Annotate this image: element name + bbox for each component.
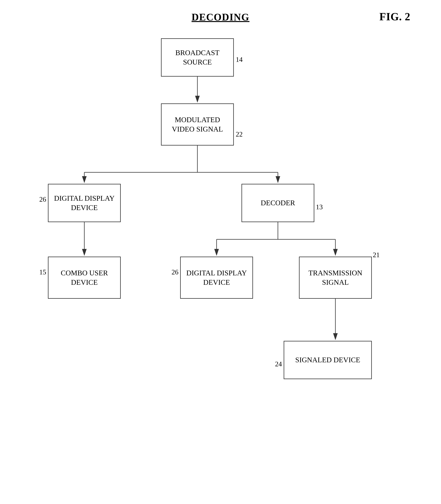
ref-26-left: 26 bbox=[39, 195, 46, 203]
ref-26-right: 26 bbox=[172, 268, 178, 276]
transmission-signal-box: TRANSMISSIONSIGNAL bbox=[299, 257, 372, 299]
ref-22: 22 bbox=[236, 130, 243, 138]
modulated-video-signal-box: MODULATEDVIDEO SIGNAL bbox=[161, 104, 234, 146]
digital-display-device-left-box: DIGITAL DISPLAYDEVICE bbox=[48, 184, 121, 222]
combo-user-device-box: COMBO USERDEVICE bbox=[48, 257, 121, 299]
broadcast-source-box: BROADCASTSOURCE bbox=[161, 38, 234, 77]
digital-display-device-right-box: DIGITAL DISPLAYDEVICE bbox=[180, 257, 253, 299]
ref-24: 24 bbox=[275, 360, 282, 368]
signaled-device-box: SIGNALED DEVICE bbox=[284, 341, 372, 379]
ref-15: 15 bbox=[39, 268, 46, 276]
fig-label: FIG. 2 bbox=[379, 11, 410, 23]
ref-14: 14 bbox=[236, 56, 243, 64]
page-title: DECODING bbox=[191, 12, 249, 23]
decoder-box: DECODER bbox=[241, 184, 314, 222]
ref-21: 21 bbox=[373, 251, 380, 259]
ref-13: 13 bbox=[316, 203, 323, 211]
